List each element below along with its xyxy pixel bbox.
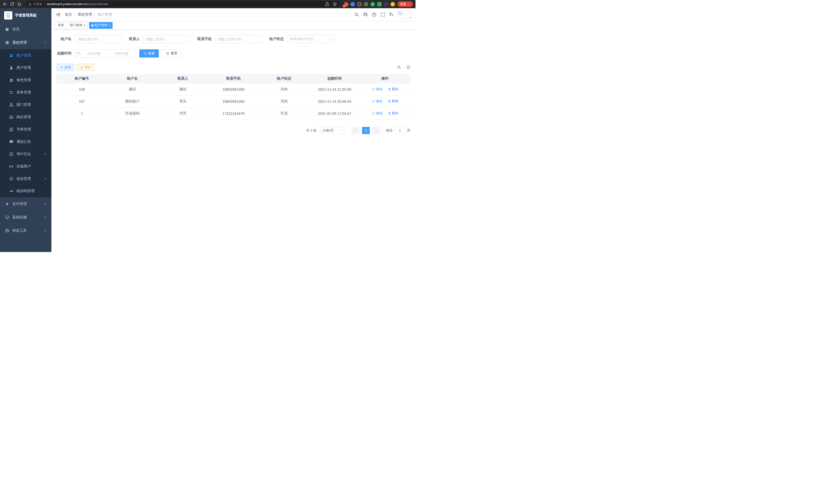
back-icon[interactable] xyxy=(3,2,7,6)
sidebar-item-dev-tools[interactable]: 研发工具 xyxy=(0,224,51,237)
extension-icon[interactable] xyxy=(384,2,388,6)
col-status: 租户状态 xyxy=(259,74,309,83)
download-icon xyxy=(80,66,83,69)
app-logo xyxy=(4,11,12,20)
sidebar-item-notice[interactable]: 通知公告 xyxy=(0,136,51,148)
goto-label: 前往 xyxy=(386,128,393,133)
user-avatar-menu[interactable] xyxy=(398,10,411,19)
home-icon[interactable] xyxy=(17,2,22,6)
share-icon[interactable] xyxy=(325,2,329,6)
table-header-row: 租户编号 租户名 联系人 联系手机 租户状态 创建时间 操作 xyxy=(57,74,410,83)
toggle-search-icon[interactable] xyxy=(397,65,401,69)
sidebar-item-online-user[interactable]: 在线用户 xyxy=(0,160,51,173)
date-end-input[interactable] xyxy=(109,52,134,56)
edit-link[interactable]: 修改 xyxy=(372,111,382,116)
badge-icon xyxy=(9,115,13,119)
reload-icon[interactable] xyxy=(10,2,15,6)
github-icon[interactable] xyxy=(363,12,368,17)
address-bar[interactable]: 不安全 dashboard.yudao.iocoder.cn/system/te… xyxy=(25,1,340,7)
sidebar-item-error-code[interactable]: </> 错误码管理 xyxy=(0,185,51,197)
search-button[interactable]: 搜索 xyxy=(139,49,159,58)
chevron-up-icon xyxy=(44,41,47,44)
reset-button[interactable]: 重置 xyxy=(162,49,181,58)
edit-icon xyxy=(372,112,375,115)
sidebar-item-infra[interactable]: 基础设施 xyxy=(0,211,51,224)
sidebar-item-audit-log[interactable]: 审计日志 xyxy=(0,148,51,160)
app-logo-row[interactable]: 芋道管理系统 xyxy=(0,8,51,23)
table-row: 107 测试租户 秃头 15601691300 关闭 2021-12-14 20… xyxy=(57,95,410,108)
tenant-name-input[interactable] xyxy=(75,35,122,43)
font-size-icon[interactable]: TT xyxy=(389,12,393,17)
chevron-down-icon xyxy=(44,229,47,232)
extensions-tray: 10 xyxy=(344,2,395,6)
contact-label: 联系人 xyxy=(129,37,143,41)
extension-icon[interactable] xyxy=(377,2,381,6)
extension-icon[interactable] xyxy=(357,2,362,6)
fullscreen-icon[interactable] xyxy=(380,12,385,17)
close-icon[interactable]: × xyxy=(84,24,86,27)
extension-icon[interactable]: 10 xyxy=(344,2,348,6)
sidebar-item-home[interactable]: 首页 xyxy=(0,23,51,36)
close-icon[interactable]: × xyxy=(109,24,111,27)
export-button[interactable]: 导出 xyxy=(77,64,94,71)
refresh-icon[interactable] xyxy=(406,65,410,69)
breadcrumb-system[interactable]: 系统管理 xyxy=(78,12,92,17)
page-unit-label: 页 xyxy=(407,128,410,133)
sidebar-item-post[interactable]: 岗位管理 xyxy=(0,111,51,123)
extension-icon[interactable] xyxy=(391,2,395,6)
chevron-down-icon xyxy=(44,177,47,180)
status-select-placeholder: 请选择租户状态 xyxy=(290,37,314,41)
shield-icon xyxy=(9,177,13,181)
search-icon[interactable] xyxy=(354,12,359,17)
trash-icon xyxy=(388,88,391,91)
security-indicator[interactable]: 不安全 xyxy=(28,2,42,6)
tenants-icon xyxy=(9,53,13,58)
sidebar-item-role[interactable]: 角色管理 xyxy=(0,74,51,86)
bookmark-star-icon[interactable] xyxy=(333,2,337,6)
sidebar-item-system[interactable]: 系统管理 xyxy=(0,36,51,49)
broadcast-icon xyxy=(9,165,13,169)
delete-link[interactable]: 删除 xyxy=(388,99,399,103)
contact-input[interactable] xyxy=(143,35,191,43)
edit-link[interactable]: 修改 xyxy=(372,87,382,91)
date-start-input[interactable] xyxy=(82,52,106,56)
tab-home[interactable]: 首页 xyxy=(56,22,66,29)
mobile-label: 联系手机 xyxy=(197,37,215,41)
yen-icon: ¥ xyxy=(5,202,9,206)
page-size-select[interactable]: 10条/页 xyxy=(320,127,346,134)
tab-dept[interactable]: 部门管理 × xyxy=(67,22,88,29)
sidebar-fold-icon[interactable] xyxy=(56,12,61,17)
omnibox-separator xyxy=(45,3,45,6)
chrome-update-button[interactable]: 更新⋮ xyxy=(398,1,413,7)
breadcrumb-separator: / xyxy=(74,12,75,17)
tab-tenant[interactable]: 租户管理 × xyxy=(89,22,113,29)
add-button[interactable]: 新增 xyxy=(57,64,74,71)
extension-icon[interactable] xyxy=(371,2,375,6)
sidebar-item-sms[interactable]: 短信管理 xyxy=(0,173,51,185)
goto-page-input[interactable] xyxy=(395,127,405,134)
sidebar-item-dept[interactable]: 部门管理 xyxy=(0,99,51,111)
status-select[interactable]: 请选择租户状态 xyxy=(287,35,335,43)
sidebar-item-user[interactable]: 用户管理 xyxy=(0,62,51,74)
extension-icon[interactable] xyxy=(350,2,355,6)
page-number-current[interactable]: 1 xyxy=(362,127,370,134)
mobile-input[interactable] xyxy=(215,35,263,43)
code-icon: </> xyxy=(9,189,13,193)
breadcrumb-separator: / xyxy=(94,12,95,17)
sidebar-item-payment[interactable]: ¥ 支付管理 xyxy=(0,197,51,211)
next-page-button[interactable] xyxy=(372,127,380,134)
delete-link[interactable]: 删除 xyxy=(388,87,399,91)
sidebar-item-menu[interactable]: 菜单管理 xyxy=(0,86,51,99)
edit-link[interactable]: 修改 xyxy=(372,99,382,103)
help-icon[interactable] xyxy=(372,12,376,17)
prev-page-button[interactable] xyxy=(352,127,360,134)
extension-icon[interactable] xyxy=(364,2,368,6)
total-count: 共 3 条 xyxy=(306,128,317,133)
delete-link[interactable]: 删除 xyxy=(388,111,399,116)
sidebar-item-tenant[interactable]: 租户管理 xyxy=(0,49,51,62)
table-toolbar: 新增 导出 xyxy=(57,64,410,71)
sidebar-item-dict[interactable]: 字典管理 xyxy=(0,123,51,136)
breadcrumb-home[interactable]: 首页 xyxy=(65,12,72,17)
browser-chrome: 不安全 dashboard.yudao.iocoder.cn/system/te… xyxy=(0,0,416,8)
date-range-picker[interactable]: - xyxy=(75,49,136,58)
